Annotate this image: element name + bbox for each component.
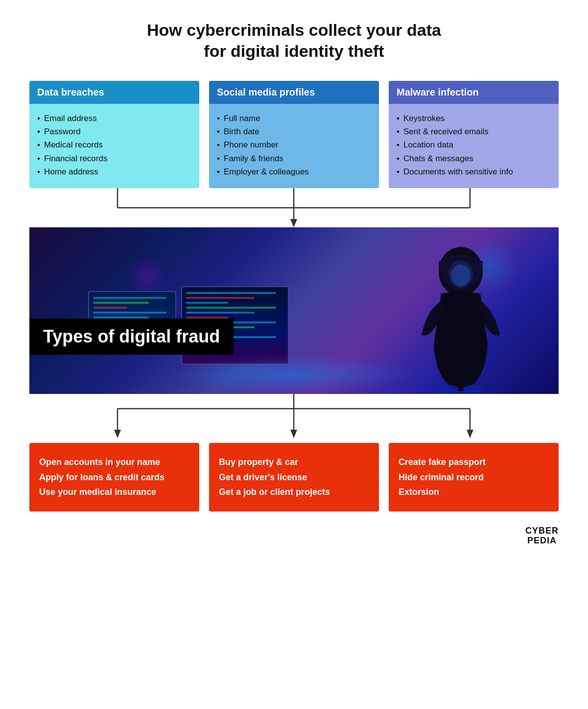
fraud-label: Types of digital fraud xyxy=(29,318,234,355)
svg-point-11 xyxy=(463,385,483,393)
desk-glow xyxy=(172,355,417,394)
hacker-image: Types of digital fraud xyxy=(29,227,559,394)
list-item: Documents with sensitive info xyxy=(397,165,551,178)
list-item: Get a driver's license xyxy=(219,470,369,485)
svg-marker-17 xyxy=(114,430,121,438)
social-media-box: Social media profiles Full name Birth da… xyxy=(209,81,379,188)
list-item: Password xyxy=(37,125,191,138)
person-silhouette xyxy=(412,247,510,394)
malware-body: Keystrokes Sent & received emails Locati… xyxy=(389,110,559,180)
data-breaches-body: Email address Password Medical records F… xyxy=(29,110,199,180)
svg-marker-6 xyxy=(290,219,297,227)
document-fraud-box: Create fake passport Hide criminal recor… xyxy=(389,443,559,512)
top-connector xyxy=(29,188,559,227)
list-item: Sent & received emails xyxy=(397,125,551,138)
list-item: Email address xyxy=(37,112,191,125)
list-item: Create fake passport xyxy=(399,455,549,470)
list-item: Buy property & car xyxy=(219,455,369,470)
svg-marker-19 xyxy=(467,430,473,438)
list-item: Financial records xyxy=(37,152,191,165)
top-boxes-container: Data breaches Email address Password Med… xyxy=(29,81,559,188)
list-item: Hide criminal record xyxy=(399,470,549,485)
bottom-boxes-container: Open accounts in your name Apply for loa… xyxy=(29,443,559,512)
fraud-label-text: Types of digital fraud xyxy=(43,326,220,346)
list-item: Extorsion xyxy=(399,485,549,500)
logo-line1: CYBER xyxy=(525,526,559,536)
list-item: Phone number xyxy=(217,138,371,151)
list-item: Birth date xyxy=(217,125,371,138)
list-item: Keystrokes xyxy=(397,112,551,125)
hacker-image-section: Types of digital fraud xyxy=(29,227,559,394)
list-item: Open accounts in your name xyxy=(39,455,189,470)
list-item: Use your medical insurance xyxy=(39,485,189,500)
identity-fraud-box: Buy property & car Get a driver's licens… xyxy=(209,443,379,512)
cyberpedia-logo: CYBER PEDIA xyxy=(525,526,559,546)
social-media-body: Full name Birth date Phone number Family… xyxy=(209,110,379,180)
list-item: Home address xyxy=(37,165,191,178)
list-item: Employer & colleagues xyxy=(217,165,371,178)
list-item: Full name xyxy=(217,112,371,125)
data-breaches-header: Data breaches xyxy=(29,81,199,104)
svg-point-9 xyxy=(451,265,470,286)
page-title: How cybercriminals collect your data for… xyxy=(147,20,441,61)
malware-header: Malware infection xyxy=(389,81,559,104)
social-media-header: Social media profiles xyxy=(209,81,379,104)
svg-point-10 xyxy=(439,385,458,393)
list-item: Get a job or client projects xyxy=(219,485,369,500)
list-item: Medical records xyxy=(37,138,191,151)
list-item: Chats & messages xyxy=(397,152,551,165)
svg-marker-18 xyxy=(290,430,297,438)
list-item: Family & friends xyxy=(217,152,371,165)
financial-fraud-box: Open accounts in your name Apply for loa… xyxy=(29,443,199,512)
malware-box: Malware infection Keystrokes Sent & rece… xyxy=(389,81,559,188)
logo-line2: PEDIA xyxy=(525,536,559,546)
data-breaches-box: Data breaches Email address Password Med… xyxy=(29,81,199,188)
list-item: Apply for loans & credit cards xyxy=(39,470,189,485)
bottom-connector xyxy=(29,394,559,443)
list-item: Location data xyxy=(397,138,551,151)
